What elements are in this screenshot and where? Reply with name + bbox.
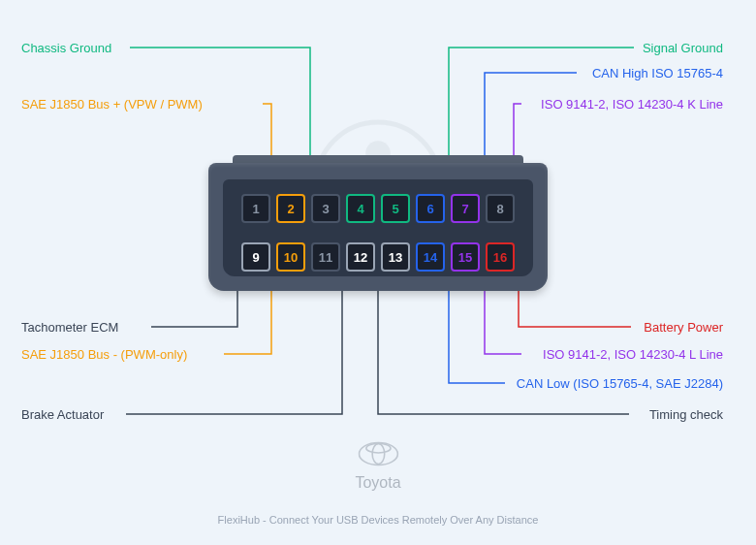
pin-5: 5 (381, 194, 410, 223)
pin-13: 13 (381, 242, 410, 272)
pin-16: 16 (486, 242, 515, 272)
svg-point-10 (372, 444, 385, 465)
tagline: FlexiHub - Connect Your USB Devices Remo… (218, 514, 539, 526)
pin-3: 3 (311, 194, 340, 223)
pin-1: 1 (241, 194, 270, 223)
pin-8: 8 (486, 194, 515, 223)
pin-7: 7 (451, 194, 480, 223)
pin-4: 4 (346, 194, 375, 223)
label-pin5: Signal Ground (643, 41, 723, 55)
label-pin12: Brake Actuator (21, 407, 104, 422)
label-pin16: Battery Power (644, 320, 723, 335)
label-pin14: CAN Low (ISO 15765-4, SAE J2284) (517, 376, 723, 391)
pin-11: 11 (311, 242, 340, 272)
svg-point-9 (359, 442, 397, 465)
pin-2: 2 (276, 194, 305, 223)
label-pin6: CAN High ISO 15765-4 (592, 66, 723, 80)
label-pin4: Chassis Ground (21, 41, 111, 55)
brand-name: Toyota (355, 474, 400, 492)
pin-15: 15 (451, 242, 480, 272)
svg-point-11 (365, 444, 390, 453)
pin-10: 10 (276, 242, 305, 272)
label-pin7: ISO 9141-2, ISO 14230-4 K Line (541, 97, 723, 112)
label-pin2: SAE J1850 Bus + (VPW / PWM) (21, 97, 203, 112)
label-pin13: Timing check (649, 407, 723, 422)
pin-14: 14 (416, 242, 445, 272)
pin-6: 6 (416, 194, 445, 223)
brand-logo: Toyota (355, 439, 400, 492)
pin-12: 12 (346, 242, 375, 272)
label-pin9: Tachometer ECM (21, 320, 118, 335)
label-pin10: SAE J1850 Bus - (PWM-only) (21, 347, 187, 362)
obd-connector: 12345678 910111213141516 (194, 155, 562, 291)
label-pin15: ISO 9141-2, ISO 14230-4 L Line (543, 347, 723, 362)
pin-9: 9 (241, 242, 270, 272)
